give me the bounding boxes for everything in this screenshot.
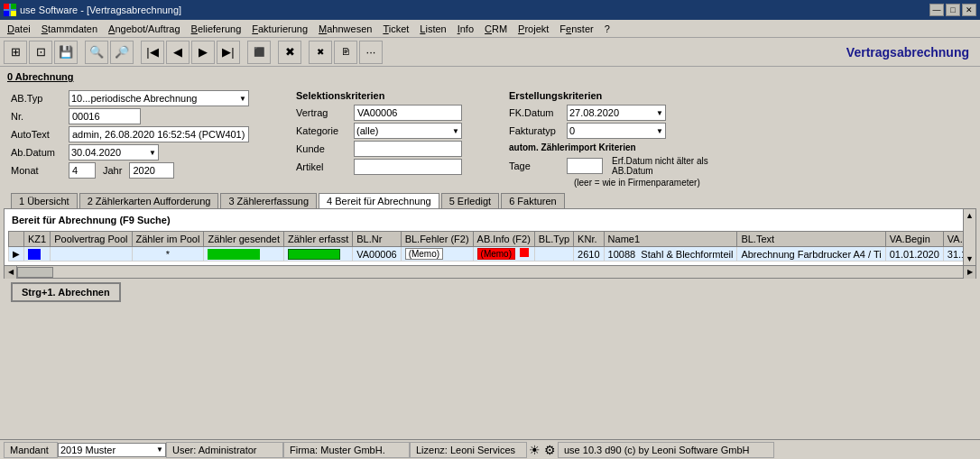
menu-fenster[interactable]: Fenster [554, 22, 598, 36]
autotext-input[interactable] [69, 126, 249, 142]
tab-content-header: Bereit für Abrechnung (F9 Suche) [8, 213, 972, 227]
zaehler-erfasst-bar [288, 249, 340, 260]
artikel-row: Artikel [296, 159, 495, 175]
scroll-left-btn[interactable]: ◀ [5, 266, 17, 279]
menu-fakturierung[interactable]: Fakturierung [246, 22, 313, 36]
row-kz1 [24, 247, 51, 262]
table-wrapper[interactable]: KZ1 Poolvertrag Pool Zähler im Pool Zähl… [8, 231, 972, 262]
monat-jahr-row: Monat Jahr [11, 162, 282, 179]
nr-row: Nr. [11, 108, 282, 124]
row-knr: 2610 [574, 247, 604, 262]
ab-datum-select[interactable]: 30.04.2020 [69, 144, 159, 161]
tab-uebersicht[interactable]: 1 Übersicht [11, 193, 78, 208]
version-segment: use 10.3 d90 (c) by Leoni Software GmbH [558, 442, 774, 458]
kategorie-select[interactable]: (alle) [354, 123, 462, 139]
th-name1: Name1 [604, 232, 737, 247]
jahr-label: Jahr [103, 165, 122, 176]
fk-datum-select[interactable]: 27.08.2020 [567, 105, 666, 121]
user-segment: User: Administrator [166, 442, 283, 458]
close-button[interactable]: ✕ [962, 4, 976, 16]
toolbar-last[interactable]: ▶| [217, 41, 240, 64]
kunde-input[interactable] [354, 141, 462, 157]
table-header-row: KZ1 Poolvertrag Pool Zähler im Pool Zähl… [9, 232, 973, 247]
th-bl-nr: BL.Nr [353, 232, 401, 247]
row-bl-nr: VA00006 [353, 247, 401, 262]
abtyp-select[interactable]: 10...periodische Abrechnung [69, 90, 249, 106]
tab-zaehlerkarten[interactable]: 2 Zählerkarten Aufforderung [79, 193, 219, 208]
selektionskriterien-col: Selektionskriterien Vertrag Kategorie (a… [296, 90, 495, 188]
tab-bereit[interactable]: 4 Bereit für Abrechnung [319, 193, 439, 208]
th-zaehler-gesendet: Zähler gesendet [204, 232, 284, 247]
toolbar-next[interactable]: ▶ [191, 41, 215, 64]
menu-info[interactable]: Info [452, 22, 479, 36]
menu-help[interactable]: ? [599, 22, 615, 36]
row-zaehler-erfasst [283, 247, 352, 262]
window-controls: — □ ✕ [929, 4, 976, 16]
svg-rect-3 [11, 11, 16, 16]
fk-datum-select-wrap: 27.08.2020 [567, 105, 666, 121]
horizontal-scrollbar[interactable]: ◀ ▶ [4, 266, 976, 279]
toolbar-btn-2[interactable]: ⊡ [29, 41, 52, 64]
menu-stammdaten[interactable]: Stammdaten [36, 22, 103, 36]
jahr-input[interactable] [129, 162, 174, 179]
menu-angebot-auftrag[interactable]: Angebot/Auftrag [103, 22, 186, 36]
artikel-input[interactable] [354, 159, 462, 175]
row-ab-info: (Memo) [473, 247, 534, 262]
fakturatyp-select[interactable]: 0 [567, 123, 666, 139]
abtyp-row: AB.Typ 10...periodische Abrechnung [11, 90, 282, 106]
mandant-select-wrap: 2019 Muster [58, 443, 166, 457]
menu-projekt[interactable]: Projekt [513, 22, 554, 36]
tab-erledigt[interactable]: 5 Erledigt [441, 193, 499, 208]
zaehler-gesendet-bar [208, 249, 260, 260]
th-pool-vertrag: Poolvertrag Pool [51, 232, 132, 247]
nr-input[interactable] [69, 108, 141, 124]
artikel-label: Artikel [296, 161, 350, 172]
th-bl-fehler: BL.Fehler (F2) [401, 232, 473, 247]
toolbar-zoom[interactable]: 🔍 [85, 41, 108, 64]
table-row[interactable]: ▶ * VA00006 [9, 247, 973, 262]
scroll-right-btn[interactable]: ▶ [963, 266, 975, 279]
toolbar-btn-nav[interactable]: ⬛ [247, 41, 271, 64]
vertrag-label: Vertrag [296, 107, 350, 118]
menu-belieferung[interactable]: Belieferung [186, 22, 247, 36]
minimize-button[interactable]: — [929, 4, 944, 16]
menu-datei[interactable]: Datei [2, 22, 36, 36]
toolbar-btn-1[interactable]: ⊞ [4, 41, 27, 64]
vertrag-input[interactable] [354, 105, 462, 121]
th-va-begin: VA.Begin [885, 232, 943, 247]
scroll-down-btn[interactable]: ▼ [966, 252, 974, 265]
menu-listen[interactable]: Listen [414, 22, 451, 36]
scroll-up-btn[interactable]: ▲ [966, 209, 974, 222]
abtyp-select-wrap: 10...periodische Abrechnung [69, 90, 249, 106]
restore-button[interactable]: □ [946, 4, 960, 16]
toolbar-first[interactable]: |◀ [141, 41, 164, 64]
toolbar-filter[interactable]: 🖹 [334, 41, 357, 64]
row-bl-typ [534, 247, 573, 262]
row-pool-vertrag [51, 247, 132, 262]
tab-fakturen[interactable]: 6 Fakturen [501, 193, 565, 208]
monat-input[interactable] [69, 162, 96, 179]
fakturatyp-label: Fakturatyp [509, 125, 563, 136]
tab-bar: 1 Übersicht 2 Zählerkarten Aufforderung … [4, 193, 976, 209]
mandant-select[interactable]: 2019 Muster [58, 443, 166, 457]
toolbar-prev[interactable]: ◀ [166, 41, 190, 64]
toolbar-more[interactable]: ··· [359, 41, 383, 64]
title-bar: use Software - [Vertragsabrechnung] — □ … [0, 0, 980, 20]
toolbar-info[interactable]: ✖ [309, 41, 332, 64]
tage-input[interactable] [567, 158, 603, 174]
svg-rect-2 [4, 11, 9, 16]
svg-rect-0 [4, 4, 9, 9]
data-table: KZ1 Poolvertrag Pool Zähler im Pool Zähl… [8, 231, 972, 262]
menu-ticket[interactable]: Ticket [377, 22, 414, 36]
menu-crm[interactable]: CRM [479, 22, 513, 36]
toolbar-delete[interactable]: ✖ [278, 41, 301, 64]
abrechnen-button[interactable]: Strg+1. Abrechnen [11, 282, 121, 302]
vertical-scrollbar[interactable]: ▲ ▼ [963, 209, 975, 265]
toolbar-zoom2[interactable]: 🔎 [110, 41, 134, 64]
row-bl-text: Abrechnung Farbdrucker A4 / Ti [737, 247, 885, 262]
toolbar-save[interactable]: 💾 [54, 41, 78, 64]
tab-zaehlererfassung[interactable]: 3 Zählererfassung [220, 193, 317, 208]
ab-form-col: AB.Typ 10...periodische Abrechnung Nr. A… [11, 90, 282, 188]
app-icon [4, 4, 16, 16]
menu-mahnwesen[interactable]: Mahnwesen [313, 22, 377, 36]
